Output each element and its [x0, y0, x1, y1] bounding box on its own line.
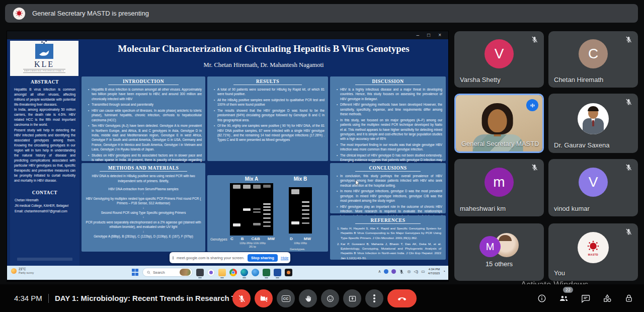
- participant-tile-you[interactable]: MASTD You: [548, 223, 638, 281]
- shared-screen-window[interactable]: – □ × KLE EMPOWERING PROFESSIONALS Molec…: [7, 31, 448, 281]
- results-bullets: A total of 90 patients were screened for…: [211, 87, 325, 142]
- chat-button[interactable]: [581, 293, 591, 303]
- weather-widget[interactable]: 23°C Partly sunny: [11, 267, 34, 274]
- results-panel: RESULTS A total of 90 patients were scre…: [207, 76, 328, 161]
- weather-desc: Partly sunny: [19, 271, 34, 275]
- host-controls-button[interactable]: [624, 293, 634, 303]
- list-item: The results showed that the HBV genotype…: [215, 108, 325, 122]
- app-icon-desktop[interactable]: [196, 269, 204, 276]
- people-count-badge: 22: [563, 287, 573, 293]
- minimize-button[interactable]: –: [417, 33, 420, 38]
- maximize-button[interactable]: □: [427, 33, 430, 38]
- close-button[interactable]: ×: [438, 33, 441, 38]
- participant-tile-general-secretary-mastd[interactable]: General Secretary MASTD: [454, 94, 544, 153]
- list-item: Kar P, Goswami B, Mahanta J, Bhasin T, D…: [341, 242, 441, 260]
- list-item: HBV Genotyping by multiplex nested type-…: [85, 196, 202, 210]
- app-icon-media-player[interactable]: [285, 269, 292, 276]
- introduction-panel: INTRODUCTION Hepatitis B virus infection…: [82, 76, 205, 161]
- list-item: Ten HBV Genotypes (A-J) have been detect…: [89, 123, 202, 152]
- avatar: V: [485, 39, 514, 68]
- meeting-screen: General Secretary MASTD is presenting – …: [0, 0, 644, 312]
- tray-volume-icon[interactable]: ◁): [414, 269, 418, 274]
- participant-tile-others[interactable]: M 15 others: [454, 223, 544, 281]
- search-highlight-image: [180, 269, 191, 276]
- participant-tile-maheshwari-km[interactable]: m maheshwari km: [454, 159, 544, 216]
- list-item: Hepatitis B virus infection is common am…: [89, 87, 202, 101]
- start-button[interactable]: [132, 269, 139, 276]
- raise-hand-button[interactable]: [299, 289, 317, 307]
- app-icon-file-explorer[interactable]: [218, 269, 226, 276]
- tray-notification-icon[interactable]: ◔: [443, 269, 445, 274]
- methods-intro: HBV DNA is detected in HBsAg positive se…: [88, 174, 199, 184]
- clock-time: 4:34 PM: [14, 294, 42, 302]
- introduction-heading: INTRODUCTION: [108, 79, 178, 85]
- meeting-details-button[interactable]: [537, 293, 547, 303]
- tray-battery-icon[interactable]: ▭: [421, 269, 425, 274]
- present-button[interactable]: [343, 289, 361, 307]
- gel-figure-panel: Mix A Mix B: [207, 175, 328, 252]
- methods-steps: HBV DNA extraction from Serum/Plasma sam…: [85, 187, 202, 239]
- app-icon-word[interactable]: [274, 269, 281, 276]
- app-icon-chrome[interactable]: [229, 269, 237, 276]
- contact-affiliation: JN medical College, KAHER, Belagavi: [15, 203, 75, 209]
- presenting-text: General Secretary MASTD is presenting: [32, 10, 149, 17]
- participant-tile-gaurav-saxena[interactable]: Dr. Gaurav Saxena: [548, 94, 638, 153]
- participant-name: General Secretary MASTD: [461, 140, 539, 147]
- tray-mic-icon[interactable]: [399, 269, 404, 274]
- people-button[interactable]: 22: [558, 293, 569, 303]
- poster-authors: Mr. Chetan Hiremath, Dr. Mahantesh Nagam…: [83, 61, 445, 69]
- methods-panel: METHODS AND MATERIALS HBV DNA is detecte…: [82, 163, 205, 252]
- tray-bluetooth-icon[interactable]: [384, 269, 388, 274]
- activities-button[interactable]: [602, 293, 612, 303]
- camera-off-button[interactable]: [255, 289, 273, 307]
- participant-tile-chetan-hiremath[interactable]: C Chetan Hiremath: [548, 31, 638, 88]
- app-icon-excel[interactable]: [263, 269, 270, 276]
- weather-icon: [11, 268, 17, 274]
- mic-off-icon: [531, 164, 538, 171]
- app-icon-skype[interactable]: [252, 269, 259, 276]
- tray-clock[interactable]: 4:34 PM 4/7/2023: [428, 268, 440, 275]
- participant-name: vinod kumar: [554, 205, 590, 212]
- abstract-text: Hepatitis B virus infection is common am…: [10, 87, 79, 183]
- participant-tile-vinod-kumar[interactable]: V vinod kumar: [548, 159, 638, 216]
- list-item: HBV is a highly infectious disease and a…: [338, 87, 442, 101]
- participant-name: You: [554, 269, 565, 277]
- list-item: Of the 90, eighty one samples were posit…: [215, 123, 325, 142]
- tray-time: 4:34 PM: [428, 268, 440, 272]
- more-options-button[interactable]: [365, 289, 383, 307]
- gel-mix-a-size-labels: 122bp 281bp 122& 100bp: [229, 242, 276, 245]
- app-icon-chat[interactable]: [207, 269, 215, 276]
- mic-off-icon: [625, 36, 632, 43]
- weather-temp: 23°C: [19, 267, 34, 271]
- reactions-button[interactable]: [321, 289, 339, 307]
- gel-mix-a-lane-labels: CBC&BMW: [230, 237, 275, 241]
- kle-hand-icon: [35, 44, 53, 59]
- results-heading: RESULTS: [233, 79, 302, 85]
- abstract-column: ABSTRACT Hepatitis B virus infection is …: [10, 76, 79, 266]
- end-call-button[interactable]: [387, 289, 417, 307]
- app-icon-edge[interactable]: [240, 269, 248, 276]
- participant-tile-varsha-shetty[interactable]: V Varsha Shetty: [454, 31, 544, 88]
- kle-logo-tagline: EMPOWERING PROFESSIONALS: [23, 69, 65, 73]
- tray-app-icon[interactable]: [391, 269, 396, 274]
- references-list: Naito H, Hayashi S, Abe K. Rapid and Spe…: [334, 226, 442, 260]
- methods-heading: METHODS AND MATERIALS: [100, 166, 187, 172]
- audio-speaking-indicator: [526, 99, 538, 111]
- mic-off-icon: [531, 36, 538, 43]
- gel-genotypes-label: Genotypes: [210, 238, 227, 241]
- gel-mix-b-size-labels: 119bp 100bp: [287, 242, 314, 245]
- list-item: All the HBsAg positive samples were subj…: [215, 98, 325, 107]
- captions-button[interactable]: CC: [277, 289, 295, 307]
- tray-location-icon[interactable]: ◎: [407, 269, 411, 274]
- tray-chevron-icon[interactable]: ∧: [378, 269, 381, 274]
- search-icon: [146, 270, 151, 275]
- hide-link[interactable]: Hide: [281, 256, 288, 260]
- stop-sharing-button[interactable]: Stop sharing: [248, 254, 278, 262]
- taskbar-search[interactable]: Search: [142, 268, 193, 277]
- poster-title: Molecular Characterization of Circulatin…: [83, 43, 445, 54]
- mic-mute-button[interactable]: [232, 289, 251, 307]
- conclusions-heading: CONCLUSIONS: [355, 166, 421, 172]
- mic-off-icon: [625, 228, 632, 236]
- footer-credit-line: [17, 258, 72, 261]
- contact-email: Email: chetanhiremath97@gmail.com: [15, 209, 75, 214]
